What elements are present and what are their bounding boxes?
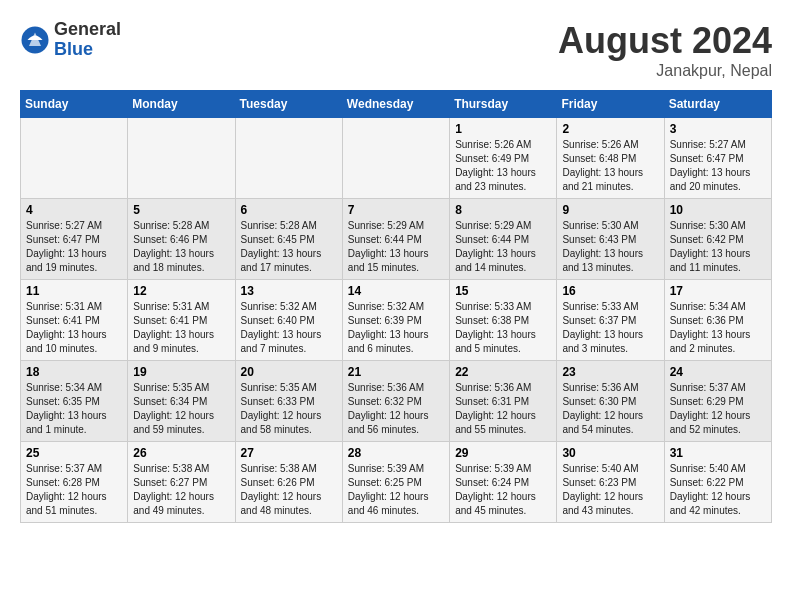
calendar-week-4: 18Sunrise: 5:34 AM Sunset: 6:35 PM Dayli… — [21, 361, 772, 442]
calendar-cell: 21Sunrise: 5:36 AM Sunset: 6:32 PM Dayli… — [342, 361, 449, 442]
day-info: Sunrise: 5:33 AM Sunset: 6:38 PM Dayligh… — [455, 300, 551, 356]
day-number: 5 — [133, 203, 229, 217]
day-number: 31 — [670, 446, 766, 460]
day-number: 14 — [348, 284, 444, 298]
calendar-week-5: 25Sunrise: 5:37 AM Sunset: 6:28 PM Dayli… — [21, 442, 772, 523]
calendar-cell — [21, 118, 128, 199]
day-number: 3 — [670, 122, 766, 136]
page-header: General Blue August 2024 Janakpur, Nepal — [20, 20, 772, 80]
day-info: Sunrise: 5:31 AM Sunset: 6:41 PM Dayligh… — [26, 300, 122, 356]
calendar-cell: 10Sunrise: 5:30 AM Sunset: 6:42 PM Dayli… — [664, 199, 771, 280]
calendar-cell: 25Sunrise: 5:37 AM Sunset: 6:28 PM Dayli… — [21, 442, 128, 523]
day-info: Sunrise: 5:39 AM Sunset: 6:25 PM Dayligh… — [348, 462, 444, 518]
calendar-cell: 7Sunrise: 5:29 AM Sunset: 6:44 PM Daylig… — [342, 199, 449, 280]
day-info: Sunrise: 5:36 AM Sunset: 6:32 PM Dayligh… — [348, 381, 444, 437]
calendar-cell: 4Sunrise: 5:27 AM Sunset: 6:47 PM Daylig… — [21, 199, 128, 280]
logo: General Blue — [20, 20, 121, 60]
day-info: Sunrise: 5:28 AM Sunset: 6:46 PM Dayligh… — [133, 219, 229, 275]
calendar-cell: 16Sunrise: 5:33 AM Sunset: 6:37 PM Dayli… — [557, 280, 664, 361]
calendar-cell: 2Sunrise: 5:26 AM Sunset: 6:48 PM Daylig… — [557, 118, 664, 199]
calendar-cell: 14Sunrise: 5:32 AM Sunset: 6:39 PM Dayli… — [342, 280, 449, 361]
calendar-cell: 9Sunrise: 5:30 AM Sunset: 6:43 PM Daylig… — [557, 199, 664, 280]
day-number: 21 — [348, 365, 444, 379]
day-number: 13 — [241, 284, 337, 298]
calendar-cell: 13Sunrise: 5:32 AM Sunset: 6:40 PM Dayli… — [235, 280, 342, 361]
day-number: 7 — [348, 203, 444, 217]
calendar-cell: 6Sunrise: 5:28 AM Sunset: 6:45 PM Daylig… — [235, 199, 342, 280]
day-number: 12 — [133, 284, 229, 298]
day-info: Sunrise: 5:36 AM Sunset: 6:30 PM Dayligh… — [562, 381, 658, 437]
calendar-cell: 18Sunrise: 5:34 AM Sunset: 6:35 PM Dayli… — [21, 361, 128, 442]
calendar-cell: 20Sunrise: 5:35 AM Sunset: 6:33 PM Dayli… — [235, 361, 342, 442]
day-info: Sunrise: 5:29 AM Sunset: 6:44 PM Dayligh… — [455, 219, 551, 275]
day-number: 1 — [455, 122, 551, 136]
day-info: Sunrise: 5:26 AM Sunset: 6:49 PM Dayligh… — [455, 138, 551, 194]
header-day-sunday: Sunday — [21, 91, 128, 118]
day-number: 26 — [133, 446, 229, 460]
day-number: 20 — [241, 365, 337, 379]
day-info: Sunrise: 5:40 AM Sunset: 6:22 PM Dayligh… — [670, 462, 766, 518]
day-info: Sunrise: 5:37 AM Sunset: 6:28 PM Dayligh… — [26, 462, 122, 518]
calendar-body: 1Sunrise: 5:26 AM Sunset: 6:49 PM Daylig… — [21, 118, 772, 523]
day-info: Sunrise: 5:33 AM Sunset: 6:37 PM Dayligh… — [562, 300, 658, 356]
calendar-cell: 23Sunrise: 5:36 AM Sunset: 6:30 PM Dayli… — [557, 361, 664, 442]
day-info: Sunrise: 5:27 AM Sunset: 6:47 PM Dayligh… — [670, 138, 766, 194]
header-day-friday: Friday — [557, 91, 664, 118]
calendar-cell: 24Sunrise: 5:37 AM Sunset: 6:29 PM Dayli… — [664, 361, 771, 442]
day-number: 28 — [348, 446, 444, 460]
day-info: Sunrise: 5:30 AM Sunset: 6:42 PM Dayligh… — [670, 219, 766, 275]
day-info: Sunrise: 5:34 AM Sunset: 6:36 PM Dayligh… — [670, 300, 766, 356]
day-number: 27 — [241, 446, 337, 460]
day-info: Sunrise: 5:32 AM Sunset: 6:39 PM Dayligh… — [348, 300, 444, 356]
header-day-monday: Monday — [128, 91, 235, 118]
day-info: Sunrise: 5:27 AM Sunset: 6:47 PM Dayligh… — [26, 219, 122, 275]
day-number: 24 — [670, 365, 766, 379]
day-info: Sunrise: 5:31 AM Sunset: 6:41 PM Dayligh… — [133, 300, 229, 356]
header-day-saturday: Saturday — [664, 91, 771, 118]
calendar-cell — [235, 118, 342, 199]
day-info: Sunrise: 5:36 AM Sunset: 6:31 PM Dayligh… — [455, 381, 551, 437]
calendar-cell: 31Sunrise: 5:40 AM Sunset: 6:22 PM Dayli… — [664, 442, 771, 523]
day-number: 23 — [562, 365, 658, 379]
day-number: 11 — [26, 284, 122, 298]
day-info: Sunrise: 5:26 AM Sunset: 6:48 PM Dayligh… — [562, 138, 658, 194]
calendar-week-1: 1Sunrise: 5:26 AM Sunset: 6:49 PM Daylig… — [21, 118, 772, 199]
day-number: 18 — [26, 365, 122, 379]
calendar-week-3: 11Sunrise: 5:31 AM Sunset: 6:41 PM Dayli… — [21, 280, 772, 361]
day-info: Sunrise: 5:38 AM Sunset: 6:27 PM Dayligh… — [133, 462, 229, 518]
day-info: Sunrise: 5:35 AM Sunset: 6:33 PM Dayligh… — [241, 381, 337, 437]
calendar-cell: 28Sunrise: 5:39 AM Sunset: 6:25 PM Dayli… — [342, 442, 449, 523]
calendar-cell — [342, 118, 449, 199]
day-number: 25 — [26, 446, 122, 460]
calendar-location: Janakpur, Nepal — [558, 62, 772, 80]
logo-general-text: General — [54, 20, 121, 40]
day-number: 4 — [26, 203, 122, 217]
day-info: Sunrise: 5:35 AM Sunset: 6:34 PM Dayligh… — [133, 381, 229, 437]
calendar-cell: 3Sunrise: 5:27 AM Sunset: 6:47 PM Daylig… — [664, 118, 771, 199]
day-number: 10 — [670, 203, 766, 217]
calendar-cell — [128, 118, 235, 199]
day-info: Sunrise: 5:40 AM Sunset: 6:23 PM Dayligh… — [562, 462, 658, 518]
calendar-cell: 12Sunrise: 5:31 AM Sunset: 6:41 PM Dayli… — [128, 280, 235, 361]
day-info: Sunrise: 5:28 AM Sunset: 6:45 PM Dayligh… — [241, 219, 337, 275]
day-number: 9 — [562, 203, 658, 217]
calendar-cell: 22Sunrise: 5:36 AM Sunset: 6:31 PM Dayli… — [450, 361, 557, 442]
logo-icon — [20, 25, 50, 55]
calendar-table: SundayMondayTuesdayWednesdayThursdayFrid… — [20, 90, 772, 523]
day-number: 19 — [133, 365, 229, 379]
day-info: Sunrise: 5:39 AM Sunset: 6:24 PM Dayligh… — [455, 462, 551, 518]
day-number: 6 — [241, 203, 337, 217]
day-info: Sunrise: 5:29 AM Sunset: 6:44 PM Dayligh… — [348, 219, 444, 275]
calendar-cell: 17Sunrise: 5:34 AM Sunset: 6:36 PM Dayli… — [664, 280, 771, 361]
day-number: 2 — [562, 122, 658, 136]
day-info: Sunrise: 5:38 AM Sunset: 6:26 PM Dayligh… — [241, 462, 337, 518]
header-day-thursday: Thursday — [450, 91, 557, 118]
day-info: Sunrise: 5:34 AM Sunset: 6:35 PM Dayligh… — [26, 381, 122, 437]
day-number: 8 — [455, 203, 551, 217]
calendar-cell: 5Sunrise: 5:28 AM Sunset: 6:46 PM Daylig… — [128, 199, 235, 280]
title-block: August 2024 Janakpur, Nepal — [558, 20, 772, 80]
calendar-cell: 26Sunrise: 5:38 AM Sunset: 6:27 PM Dayli… — [128, 442, 235, 523]
day-number: 29 — [455, 446, 551, 460]
calendar-cell: 29Sunrise: 5:39 AM Sunset: 6:24 PM Dayli… — [450, 442, 557, 523]
header-day-wednesday: Wednesday — [342, 91, 449, 118]
